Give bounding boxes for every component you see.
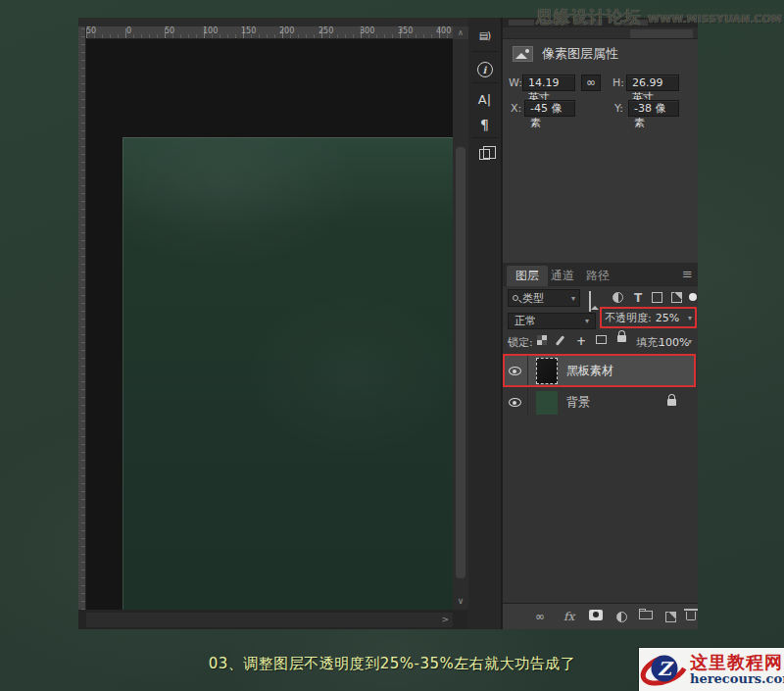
smart-object-icon bbox=[671, 292, 682, 303]
toggle-dot-icon bbox=[689, 293, 697, 301]
add-mask-button[interactable] bbox=[589, 610, 603, 620]
chevron-down-icon: ▾ bbox=[571, 294, 575, 303]
filter-toggle-button[interactable] bbox=[689, 293, 697, 301]
ruler-tick-label: 100 bbox=[203, 26, 218, 35]
panel-menu-icon[interactable]: ≡ bbox=[682, 267, 693, 281]
layer-row-selected[interactable]: 黑板素材 bbox=[503, 356, 696, 385]
layer-style-button[interactable]: fx bbox=[564, 610, 574, 623]
new-layer-icon bbox=[665, 612, 676, 622]
watermark-site-name: 思缘设计论坛 bbox=[536, 6, 642, 28]
visibility-toggle[interactable] bbox=[503, 388, 528, 417]
link-dimensions-button[interactable]: ∞ bbox=[581, 74, 601, 91]
shape-icon bbox=[652, 292, 662, 303]
scroll-up-button[interactable]: ∧ bbox=[453, 26, 468, 39]
height-field[interactable]: 26.99 英寸 bbox=[626, 74, 679, 91]
dock-divider bbox=[472, 137, 498, 138]
lock-all-button[interactable] bbox=[617, 335, 626, 342]
layer-name[interactable]: 黑板素材 bbox=[566, 363, 613, 379]
3d-panel-icon[interactable] bbox=[468, 141, 501, 167]
vertical-scrollbar-thumb[interactable] bbox=[456, 147, 466, 578]
ruler-tick-label: 50 bbox=[86, 26, 96, 35]
scroll-right-button[interactable]: > bbox=[441, 615, 449, 624]
lock-row: 锁定: + 填充: 100% ▾ bbox=[503, 333, 698, 353]
new-group-button[interactable] bbox=[639, 608, 653, 619]
watermark-site-url: WWW.MISSYUAN.COM bbox=[648, 13, 782, 25]
lock-position-button[interactable]: + bbox=[576, 335, 586, 347]
adjustment-icon bbox=[612, 292, 623, 303]
vertical-scrollbar[interactable]: ∨ bbox=[453, 39, 468, 610]
document-window: 50 0 50 100 150 200 250 300 350 400 ∧ ∨ … bbox=[78, 18, 468, 629]
chevron-down-icon[interactable]: ▾ bbox=[688, 314, 692, 322]
pixel-layer-icon bbox=[513, 46, 533, 62]
lock-pixels-button[interactable] bbox=[559, 335, 562, 346]
info-panel-icon[interactable]: i bbox=[468, 57, 501, 82]
layer-row-background[interactable]: 背景 bbox=[503, 388, 696, 417]
filter-pixel-layers-button[interactable] bbox=[589, 292, 591, 311]
layer-name[interactable]: 背景 bbox=[566, 394, 590, 411]
checkerboard-icon bbox=[537, 335, 547, 345]
filter-type-dropdown[interactable]: 类型 ▾ bbox=[508, 289, 580, 307]
lock-transparency-button[interactable] bbox=[537, 335, 547, 345]
brush-icon bbox=[556, 335, 564, 345]
eye-icon bbox=[509, 367, 521, 375]
chevron-down-icon: ▾ bbox=[585, 314, 589, 328]
character-icon: A| bbox=[478, 92, 491, 107]
delete-layer-button[interactable] bbox=[686, 608, 696, 620]
mini-tab[interactable] bbox=[630, 29, 693, 38]
pasteboard bbox=[86, 39, 453, 610]
new-layer-button[interactable] bbox=[665, 612, 676, 622]
properties-panel-icon[interactable]: ▤) bbox=[468, 23, 501, 48]
paragraph-panel-icon[interactable]: ¶ bbox=[468, 112, 501, 137]
properties-panel: 像素图层属性 W: 14.19 英寸 ∞ H: 26.99 英寸 X: -45 … bbox=[502, 18, 698, 263]
lock-icon bbox=[617, 335, 626, 342]
frame-icon bbox=[596, 335, 607, 344]
page-background: 思缘设计论坛 WWW.MISSYUAN.COM 50 0 50 100 150 … bbox=[0, 0, 784, 691]
folder-icon bbox=[639, 611, 653, 619]
filter-smart-objects-button[interactable] bbox=[671, 292, 682, 303]
properties-panel-glyph: ▤) bbox=[479, 30, 490, 41]
lock-label: 锁定: bbox=[508, 335, 533, 350]
logo-text-block: 这里教程网 herecours.com bbox=[690, 654, 784, 686]
filter-type-layers-button[interactable]: T bbox=[634, 292, 642, 304]
layer-thumbnail[interactable] bbox=[536, 391, 558, 415]
layers-panel: 图层 通道 路径 ≡ 类型 ▾ T 正常 ▾ 不透明度: 25% ▾ 锁定: bbox=[502, 263, 698, 629]
layer-thumbnail[interactable] bbox=[536, 358, 558, 384]
x-field[interactable]: -45 像素 bbox=[524, 100, 575, 117]
blend-mode-dropdown[interactable]: 正常 ▾ bbox=[508, 313, 596, 329]
y-label: Y: bbox=[614, 100, 623, 117]
adjustment-icon bbox=[616, 612, 627, 622]
filter-shape-layers-button[interactable] bbox=[652, 292, 662, 303]
watermark: 思缘设计论坛 WWW.MISSYUAN.COM bbox=[536, 6, 782, 28]
width-label: W: bbox=[509, 74, 522, 91]
y-field[interactable]: -38 像素 bbox=[628, 100, 679, 117]
width-field[interactable]: 14.19 英寸 bbox=[522, 74, 575, 91]
eye-icon bbox=[509, 398, 521, 407]
visibility-toggle[interactable] bbox=[503, 356, 528, 385]
fill-label: 填充: bbox=[636, 335, 662, 350]
background-lock-badge bbox=[667, 399, 676, 406]
new-adjustment-layer-button[interactable] bbox=[616, 612, 627, 622]
trash-icon bbox=[686, 612, 696, 620]
link-layers-button[interactable]: ∞ bbox=[535, 610, 545, 623]
ruler-tick-label: 400 bbox=[436, 26, 451, 35]
x-label: X: bbox=[511, 100, 521, 117]
ruler-tick-label: 250 bbox=[318, 26, 333, 35]
fill-value[interactable]: 100% bbox=[659, 335, 690, 351]
horizontal-scrollbar[interactable]: > bbox=[86, 613, 453, 627]
opacity-label: 不透明度: bbox=[605, 311, 652, 325]
filter-adjustment-layers-button[interactable] bbox=[612, 292, 623, 303]
chevron-down-icon[interactable]: ▾ bbox=[688, 337, 692, 346]
mask-icon bbox=[589, 610, 603, 620]
scroll-down-button[interactable]: ∨ bbox=[453, 596, 468, 606]
character-panel-icon[interactable]: A| bbox=[468, 86, 501, 112]
ruler-tick-label: 150 bbox=[241, 26, 256, 35]
tab-paths[interactable]: 路径 bbox=[577, 266, 618, 286]
layers-tab-bar: 图层 通道 路径 ≡ bbox=[503, 263, 698, 286]
window-chrome-strip bbox=[78, 18, 468, 26]
mini-tab[interactable] bbox=[509, 20, 534, 25]
opacity-value[interactable]: 25% bbox=[656, 312, 679, 324]
properties-header: 像素图层属性 bbox=[513, 45, 618, 63]
lock-artboard-button[interactable] bbox=[596, 335, 607, 344]
chalkboard-canvas-layer bbox=[122, 137, 453, 610]
vertical-ruler bbox=[78, 26, 86, 610]
